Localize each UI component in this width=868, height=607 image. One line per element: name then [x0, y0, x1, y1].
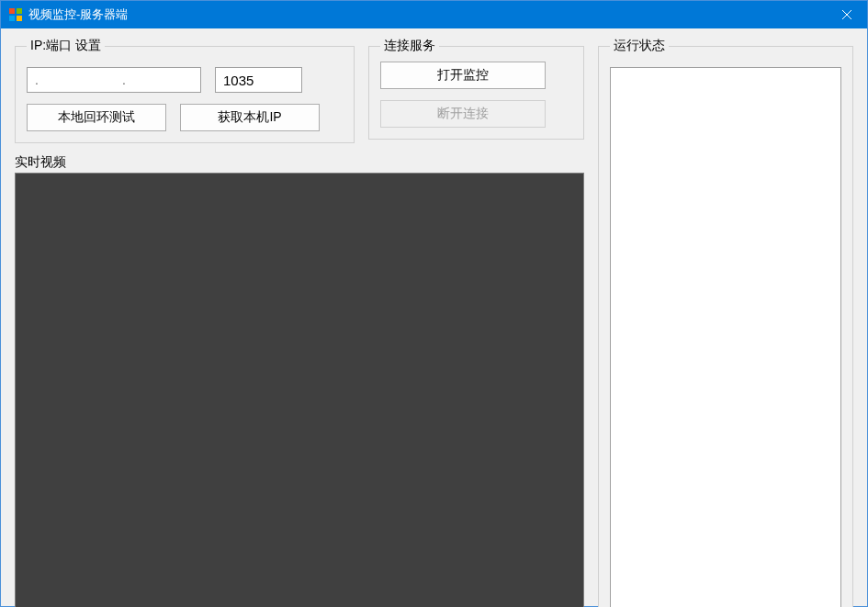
content-area: IP:端口 设置 本地回环测试 获取本机IP 连接服务 打开监控 断开连接 — [1, 28, 867, 607]
titlebar-left: 视频监控-服务器端 — [8, 6, 128, 23]
ip-port-group: IP:端口 设置 本地回环测试 获取本机IP — [15, 38, 355, 143]
svg-rect-1 — [17, 8, 22, 14]
window-title: 视频监控-服务器端 — [28, 6, 128, 23]
connect-legend: 连接服务 — [380, 38, 439, 54]
port-input[interactable] — [215, 67, 302, 93]
left-column: IP:端口 设置 本地回环测试 获取本机IP 连接服务 打开监控 断开连接 — [15, 38, 584, 607]
close-icon — [842, 10, 851, 19]
disconnect-button: 断开连接 — [380, 100, 546, 128]
status-listbox[interactable] — [610, 67, 841, 607]
svg-rect-0 — [9, 8, 15, 14]
video-panel — [15, 173, 584, 607]
status-content — [611, 68, 840, 607]
status-legend: 运行状态 — [610, 38, 669, 54]
loopback-test-button[interactable]: 本地回环测试 — [27, 104, 166, 131]
close-button[interactable] — [826, 1, 867, 28]
app-window: 视频监控-服务器端 IP:端口 设置 本地回环测试 获取本机I — [0, 0, 868, 607]
get-local-ip-button[interactable]: 获取本机IP — [180, 104, 320, 131]
ip-port-legend: IP:端口 设置 — [27, 38, 105, 54]
ip-input[interactable] — [27, 67, 201, 93]
video-section: 实时视频 — [15, 154, 584, 607]
svg-rect-3 — [17, 16, 22, 21]
video-label: 实时视频 — [15, 154, 584, 171]
right-column: 运行状态 — [598, 38, 853, 607]
status-group: 运行状态 — [598, 38, 853, 607]
titlebar: 视频监控-服务器端 — [1, 1, 867, 28]
connect-service-group: 连接服务 打开监控 断开连接 — [368, 38, 584, 140]
top-row: IP:端口 设置 本地回环测试 获取本机IP 连接服务 打开监控 断开连接 — [15, 38, 584, 143]
open-monitor-button[interactable]: 打开监控 — [380, 62, 546, 89]
svg-rect-2 — [9, 16, 15, 21]
app-icon — [8, 7, 23, 22]
